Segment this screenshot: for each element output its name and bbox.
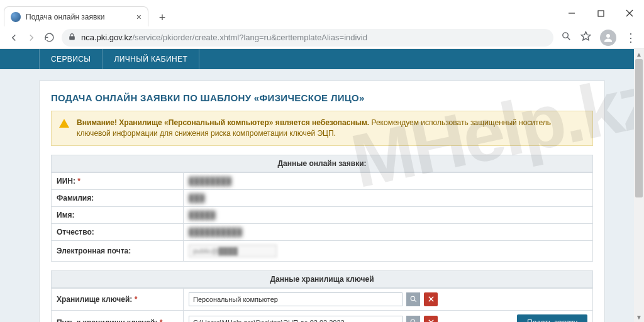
window-maximize[interactable] [586,4,615,23]
svg-line-5 [567,37,570,40]
required-mark: * [135,295,138,304]
svg-point-12 [411,319,415,322]
tab-close-icon[interactable]: × [136,12,142,22]
url-host: nca.pki.gov.kz [81,33,132,42]
lastname-value: ███ [189,194,205,203]
new-tab-button[interactable]: + [153,9,171,26]
row-keystore-path: Путь к хранилищу ключей: * Подать заявку [52,310,593,322]
keystore-clear-button[interactable] [424,292,438,306]
keystore-input[interactable] [189,292,402,306]
row-keystore: Хранилище ключей: * [52,288,593,310]
keystore-label: Хранилище ключей: [57,295,132,304]
row-patronymic: Отчество: ██████████ [52,223,593,240]
page-title: ПОДАЧА ОНЛАЙН ЗАЯВКИ ПО ШАБЛОНУ «ФИЗИЧЕС… [51,92,593,103]
scrollbar-thumb[interactable] [635,59,643,197]
window-minimize[interactable] [557,4,586,23]
required-mark: * [77,177,80,186]
scrollbar-up-icon[interactable]: ▲ [634,49,644,59]
svg-point-8 [411,296,415,301]
svg-rect-1 [598,11,604,16]
nav-cabinet[interactable]: ЛИЧНЫЙ КАБИНЕТ [103,49,199,69]
row-email: Электронная почта: public@████ [52,240,593,261]
submit-button[interactable]: Подать заявку [517,314,587,322]
svg-point-4 [563,33,569,38]
row-firstname: Имя: █████ [52,206,593,223]
lock-icon [68,33,76,43]
svg-line-9 [414,300,416,302]
firstname-value: █████ [189,211,216,219]
lastname-label: Фамилия: [52,189,184,206]
keystore-path-clear-button[interactable] [424,316,438,322]
search-in-page-icon[interactable] [561,31,572,44]
iin-label: ИИН: [57,177,75,186]
browser-menu-button[interactable]: ⋮ [625,31,636,45]
patronymic-value: ██████████ [189,228,242,236]
alert-bold: Внимание! Хранилище «Персональный компью… [77,118,369,127]
favicon-icon [11,12,21,22]
nav-forward-button[interactable] [23,29,40,47]
keystore-path-browse-button[interactable] [406,316,420,322]
keystore-path-input[interactable] [189,316,402,322]
required-mark: * [160,318,163,322]
tab-title: Подача онлайн заявки [26,13,131,21]
keystore-path-label: Путь к хранилищу ключей: [57,318,157,322]
section-keystore-header: Данные хранилища ключей [51,270,593,288]
iin-value: ████████ [189,177,231,186]
warning-alert: Внимание! Хранилище «Персональный компью… [51,111,593,146]
window-controls [557,4,644,23]
nav-back-button[interactable] [5,29,23,47]
scrollbar-down-icon[interactable]: ▼ [634,312,644,322]
row-lastname: Фамилия: ███ [52,189,593,206]
window-close[interactable] [615,4,644,23]
browser-tab[interactable]: Подача онлайн заявки × [4,6,148,26]
patronymic-label: Отчество: [52,223,184,240]
section-applicant-header: Данные онлайн заявки: [51,155,593,172]
profile-avatar[interactable] [600,30,616,46]
svg-point-7 [606,34,610,38]
bookmark-icon[interactable] [580,31,591,44]
nav-reload-button[interactable] [40,29,58,47]
keystore-browse-button[interactable] [406,292,420,306]
email-label: Электронная почта: [52,240,184,261]
email-value: public@████ [189,245,277,257]
warning-icon [59,119,69,128]
address-bar[interactable]: nca.pki.gov.kz/service/pkiorder/create.x… [62,29,553,47]
row-iin: ИИН: * ████████ [52,172,593,189]
nav-services[interactable]: СЕРВИСЫ [39,49,103,69]
svg-marker-6 [581,31,590,40]
vertical-scrollbar[interactable]: ▲ ▼ [634,49,644,322]
firstname-label: Имя: [52,206,184,223]
url-path: /service/pkiorder/create.xhtml?lang=ru&c… [132,33,367,42]
